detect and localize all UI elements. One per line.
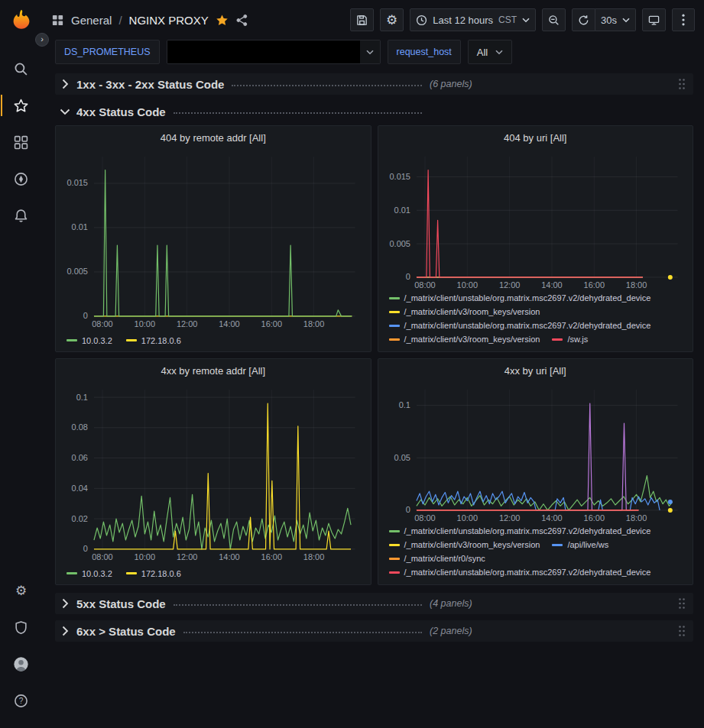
chevron-down-icon (522, 18, 530, 23)
svg-text:0.01: 0.01 (394, 205, 410, 215)
variable-value-label: All (477, 47, 488, 58)
sidebar-item-alerting[interactable] (6, 202, 37, 228)
save-dashboard-button[interactable] (350, 8, 374, 31)
monitor-icon (648, 15, 660, 26)
row-5xx-status-code[interactable]: 5xx Status Code (4 panels) (55, 593, 693, 614)
legend-label: /_matrix/client/v3/room_keys/version (404, 307, 540, 316)
drag-handle-icon[interactable] (673, 76, 690, 92)
share-icon[interactable] (235, 14, 248, 27)
legend-item[interactable]: /sw.js (552, 335, 588, 344)
search-icon (14, 62, 28, 76)
breadcrumb-separator: / (118, 14, 122, 27)
drag-handle-icon[interactable] (673, 623, 690, 639)
404-by-uri-chart[interactable]: 08:0010:0012:0014:0016:0018:0000.0050.01… (381, 149, 690, 291)
svg-text:10:00: 10:00 (456, 513, 477, 523)
sidebar-item-starred[interactable] (6, 92, 37, 118)
legend-item[interactable]: 10.0.3.2 (67, 569, 112, 578)
dashboard-header: General / NGINX PROXY (42, 0, 704, 40)
favorite-star-icon[interactable] (216, 14, 229, 27)
panel-404-by-uri: 404 by uri [All]08:0010:0012:0014:0016:0… (378, 125, 694, 352)
row-1xx-3xx-2xx-status-code[interactable]: 1xx - 3xx - 2xx Status Code (6 panels) (55, 73, 693, 95)
svg-text:0.015: 0.015 (67, 178, 87, 187)
help-icon-button[interactable]: ? (6, 688, 37, 713)
panel-title[interactable]: 4xx by uri [All] (378, 359, 693, 382)
row-4xx-status-code[interactable]: 4xx Status Code (55, 101, 693, 122)
sidebar-expand-button[interactable]: › (35, 33, 49, 47)
4xx-by-uri-chart[interactable]: 08:0010:0012:0014:0016:0018:0000.050.1 (381, 382, 690, 524)
panel-title[interactable]: 404 by uri [All] (378, 126, 693, 149)
legend-item[interactable]: 172.18.0.6 (126, 569, 181, 578)
dotted-leader (174, 597, 422, 606)
legend-item[interactable]: /api/live/ws (552, 540, 608, 549)
legend-label: /_matrix/client/unstable/org.matrix.msc2… (404, 526, 651, 535)
sidebar-item-dashboards[interactable] (6, 129, 37, 155)
legend-label: 172.18.0.6 (141, 569, 181, 578)
legend-item[interactable]: /_matrix/client/unstable/org.matrix.msc2… (389, 293, 651, 303)
panel-404-by-remote-addr: 404 by remote addr [All]08:0010:0012:001… (55, 125, 371, 352)
legend-item[interactable]: /_matrix/client/v3/room_keys/version (389, 540, 540, 549)
kebab-menu-button[interactable] (672, 8, 695, 31)
legend-item[interactable]: 172.18.0.6 (126, 336, 181, 345)
legend-item[interactable]: /_matrix/client/unstable/org.matrix.msc2… (389, 321, 651, 330)
compass-icon (14, 172, 28, 186)
tv-mode-button[interactable] (642, 8, 666, 31)
svg-text:0.05: 0.05 (394, 453, 410, 462)
search-icon-button[interactable] (6, 56, 37, 82)
apps-grid-icon[interactable] (51, 14, 64, 27)
page-title[interactable]: NGINX PROXY (129, 14, 209, 27)
user-avatar-button[interactable] (6, 651, 37, 677)
dashboard-settings-button[interactable]: ⚙ (380, 8, 404, 31)
variables-bar: DS_PROMETHEUS request_host All (42, 40, 704, 67)
svg-text:0: 0 (405, 505, 410, 514)
time-range-picker[interactable]: Last 12 hours CST (410, 8, 536, 31)
sidebar-item-explore[interactable] (6, 166, 37, 192)
drag-handle-icon[interactable] (673, 596, 690, 611)
row-panel-count: (2 panels) (430, 626, 472, 636)
zoom-out-time-button[interactable] (542, 8, 566, 31)
svg-text:10:00: 10:00 (456, 280, 477, 290)
4xx-by-remote-addr-chart[interactable]: 08:0010:0012:0014:0016:0018:0000.020.040… (59, 382, 368, 563)
zoom-out-icon (548, 15, 560, 26)
svg-text:0.1: 0.1 (76, 393, 88, 402)
sidebar-item-server-admin[interactable] (6, 614, 37, 640)
refresh-button[interactable] (572, 8, 595, 31)
gear-icon: ⚙ (386, 14, 397, 27)
sidebar-item-configuration[interactable]: ⚙ (6, 578, 37, 603)
help-icon: ? (14, 694, 28, 708)
legend-item[interactable]: /_matrix/client/unstable/org.matrix.msc2… (389, 568, 651, 577)
kebab-menu-icon (682, 14, 685, 26)
panel-title[interactable]: 404 by remote addr [All] (56, 126, 371, 149)
dotted-leader (174, 105, 422, 114)
legend-swatch (389, 571, 400, 574)
panel-title[interactable]: 4xx by remote addr [All] (56, 359, 371, 382)
legend-label: 10.0.3.2 (82, 336, 112, 345)
chevron-right-icon (58, 626, 72, 636)
row-title: 5xx Status Code (76, 597, 166, 610)
svg-text:0: 0 (405, 272, 410, 281)
breadcrumb-section[interactable]: General (71, 14, 112, 27)
variable-label-ds-prometheus[interactable]: DS_PROMETHEUS (55, 40, 160, 64)
legend-swatch (126, 572, 137, 574)
variable-value-request-host[interactable]: All (468, 40, 512, 64)
legend-item[interactable]: /_matrix/client/r0/sync (389, 554, 485, 563)
grafana-logo[interactable] (8, 8, 34, 34)
row-6xx-status-code[interactable]: 6xx > Status Code (2 panels) (55, 620, 693, 642)
legend-swatch (552, 338, 563, 341)
refresh-interval-label: 30s (601, 15, 617, 26)
refresh-interval-dropdown[interactable]: 30s (595, 8, 636, 31)
dashboard-toolbar: ⚙ Last 12 hours CST (350, 8, 695, 31)
svg-text:16:00: 16:00 (261, 319, 282, 328)
404-by-remote-addr-chart[interactable]: 08:0010:0012:0014:0016:0018:0000.0050.01… (59, 149, 368, 330)
legend-item[interactable]: /_matrix/client/v3/room_keys/version (389, 335, 540, 344)
legend-item[interactable]: /_matrix/client/unstable/org.matrix.msc2… (389, 526, 651, 535)
variable-value-ds-prometheus[interactable] (167, 40, 381, 64)
variable-label-request-host[interactable]: request_host (388, 40, 461, 64)
sidebar: › (0, 0, 42, 728)
refresh-icon (578, 15, 589, 26)
svg-text:14:00: 14:00 (219, 552, 239, 561)
legend-item[interactable]: 10.0.3.2 (67, 336, 112, 345)
svg-text:18:00: 18:00 (303, 319, 324, 328)
legend-item[interactable]: /_matrix/client/v3/room_keys/version (389, 307, 540, 316)
panel-legend: 10.0.3.2172.18.0.6 (56, 330, 371, 351)
legend-label: /_matrix/client/v3/room_keys/version (404, 335, 540, 344)
